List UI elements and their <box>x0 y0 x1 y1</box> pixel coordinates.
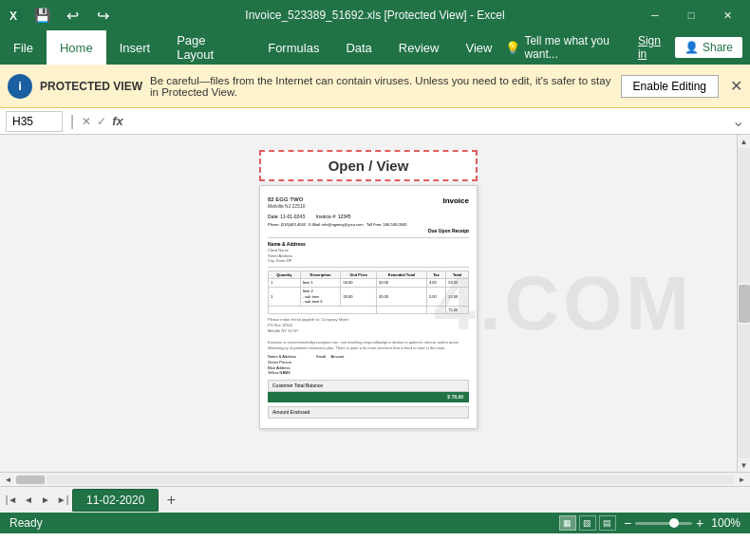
invoice-amount: $ 78.00 <box>268 392 469 402</box>
tab-review[interactable]: Review <box>385 30 453 65</box>
view-normal-button[interactable]: ▦ <box>559 515 576 531</box>
bill-to-label: Name & Address <box>268 241 469 248</box>
protected-view-bar: i PROTECTED VIEW Be careful—files from t… <box>0 65 750 108</box>
maximize-button[interactable]: □ <box>676 2 706 28</box>
invoice-body-text: Please make check payable to: Company Na… <box>268 317 469 351</box>
formula-bar: | ✕ ✓ fx ⌄ <box>0 108 750 135</box>
due-label: Due Upon Receipt <box>268 228 469 234</box>
view-page-break-icon: ▤ <box>603 518 611 528</box>
tab-file[interactable]: File <box>0 30 47 65</box>
protected-message: Be careful—files from the Internet can c… <box>150 75 613 98</box>
scroll-right-arrow[interactable]: ► <box>736 474 748 486</box>
ribbon-right: 💡 Tell me what you want... Sign in 👤 Sha… <box>505 30 750 65</box>
sheet-tab-active[interactable]: 11-02-2020 <box>72 489 159 512</box>
tab-nav-buttons: |◄ ◄ ► ►| <box>4 493 70 508</box>
zoom-minus-button[interactable]: − <box>624 515 631 531</box>
scroll-thumb-horizontal[interactable] <box>16 476 45 484</box>
cancel-icon[interactable]: ✕ <box>82 115 91 128</box>
tab-data[interactable]: Data <box>332 30 384 65</box>
title-bar: X 💾 ↩ ↪ Invoice_523389_51692.xls [Protec… <box>0 0 750 30</box>
sheet-tabs: |◄ ◄ ► ►| 11-02-2020 + <box>0 486 750 513</box>
tab-formulas[interactable]: Formulas <box>254 30 332 65</box>
invoice-preview: Open / View 82 EGG TWO Melville NJ 22510… <box>259 150 478 429</box>
share-icon: 👤 <box>684 41 699 54</box>
main-sheet-area: Open / View 82 EGG TWO Melville NJ 22510… <box>0 135 750 472</box>
enable-editing-button[interactable]: Enable Editing <box>621 75 719 98</box>
view-mode-buttons: ▦ ▨ ▤ <box>559 515 616 531</box>
confirm-icon[interactable]: ✓ <box>97 115 106 128</box>
protected-label: PROTECTED VIEW <box>40 80 142 93</box>
invoice-total-box: Customer Total Balance <box>268 380 469 392</box>
scroll-left-arrow[interactable]: ◄ <box>2 474 14 486</box>
status-bar: Ready ▦ ▨ ▤ − + 100% <box>0 513 750 533</box>
add-sheet-button[interactable]: + <box>160 490 181 511</box>
sheet-content: Open / View 82 EGG TWO Melville NJ 22510… <box>0 135 737 472</box>
formula-input[interactable] <box>127 113 728 130</box>
formula-expand-icon[interactable]: ⌄ <box>732 112 744 130</box>
invoice-details: Date: 11-01-0243 Invoice #: 12345 <box>268 214 469 220</box>
tab-nav-last[interactable]: ►| <box>55 493 70 508</box>
bill-to-address: Client NameStreet AddressCity, State ZIP <box>268 248 469 264</box>
view-page-break-button[interactable]: ▤ <box>599 515 616 531</box>
tell-me-input[interactable]: 💡 Tell me what you want... <box>505 34 631 61</box>
invoice-paper: 82 EGG TWO Melville NJ 22510 Invoice Dat… <box>259 185 478 429</box>
tab-insert[interactable]: Insert <box>106 30 164 65</box>
tab-nav-prev[interactable]: ◄ <box>21 493 36 508</box>
zoom-control: − + <box>624 515 703 531</box>
status-bar-right: ▦ ▨ ▤ − + 100% <box>559 515 741 531</box>
function-icon[interactable]: fx <box>112 114 123 128</box>
tab-page-layout[interactable]: Page Layout <box>163 30 254 65</box>
view-page-layout-icon: ▨ <box>583 518 591 528</box>
window-title: Invoice_523389_51692.xls [Protected View… <box>245 9 504 22</box>
view-normal-icon: ▦ <box>563 518 572 528</box>
title-bar-left: X 💾 ↩ ↪ <box>8 4 114 27</box>
close-bar-button[interactable]: ✕ <box>730 77 742 95</box>
zoom-slider-track[interactable] <box>635 522 692 525</box>
tab-home[interactable]: Home <box>47 30 106 65</box>
scroll-thumb-vertical[interactable] <box>739 285 750 323</box>
undo-button[interactable]: ↩ <box>61 4 84 27</box>
excel-icon: X <box>8 8 23 23</box>
scroll-up-arrow[interactable]: ▲ <box>738 135 751 148</box>
ribbon: File Home Insert Page Layout Formulas Da… <box>0 30 750 65</box>
view-page-layout-button[interactable]: ▨ <box>579 515 596 531</box>
formula-icons: ✕ ✓ fx <box>82 114 123 128</box>
vertical-scrollbar[interactable]: ▲ ▼ <box>737 135 750 472</box>
tell-me-label: Tell me what you want... <box>524 34 631 61</box>
cell-reference[interactable] <box>6 111 63 132</box>
open-view-label: Open / View <box>259 150 478 181</box>
zoom-level: 100% <box>711 516 741 530</box>
zoom-slider-thumb[interactable] <box>669 518 679 528</box>
invoice-table: QuantityDescriptionUnit PriceExtended To… <box>268 271 469 315</box>
horizontal-scrollbar[interactable]: ◄ ► <box>0 472 750 486</box>
status-text: Ready <box>9 516 43 530</box>
invoice-amount-enclosed: Amount Enclosed <box>268 406 469 419</box>
scroll-down-arrow[interactable]: ▼ <box>738 458 751 472</box>
title-bar-right: ─ □ ✕ <box>640 2 742 28</box>
save-button[interactable]: 💾 <box>30 4 53 27</box>
tab-nav-first[interactable]: |◄ <box>4 493 19 508</box>
invoice-from: 82 EGG TWO Melville NJ 22510 <box>268 196 305 210</box>
share-button[interactable]: 👤 Share <box>675 37 742 58</box>
zoom-plus-button[interactable]: + <box>696 515 703 531</box>
close-button[interactable]: ✕ <box>712 2 742 28</box>
invoice-title: Invoice <box>442 196 469 210</box>
svg-text:X: X <box>9 9 17 23</box>
minimize-button[interactable]: ─ <box>640 2 670 28</box>
tab-view[interactable]: View <box>452 30 505 65</box>
tab-nav-next[interactable]: ► <box>38 493 53 508</box>
protected-icon: i <box>8 74 32 99</box>
scroll-track-horizontal <box>47 476 734 484</box>
formula-bar-divider: | <box>70 113 74 130</box>
redo-button[interactable]: ↪ <box>91 4 114 27</box>
sign-in-link[interactable]: Sign in <box>638 34 669 61</box>
invoice-footer-rows: Green Person Blue Address Yellow NAME <box>268 360 469 376</box>
